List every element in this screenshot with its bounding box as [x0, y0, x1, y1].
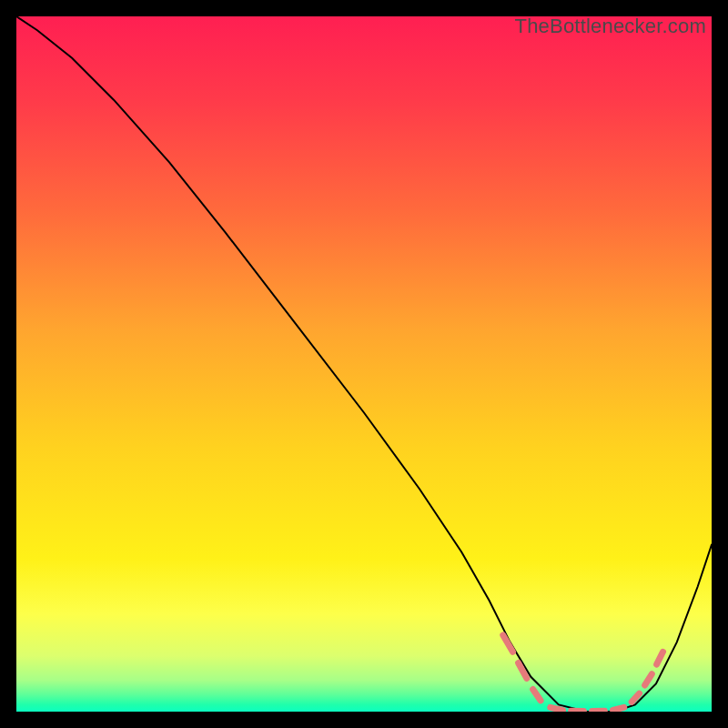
- highlight-dash: [657, 652, 663, 664]
- chart-frame: TheBottlenecker.com: [0, 0, 728, 728]
- highlight-dash: [551, 707, 563, 710]
- watermark-text: TheBottlenecker.com: [515, 15, 706, 38]
- highlight-dash: [503, 635, 513, 652]
- bottleneck-curve: [16, 16, 712, 712]
- highlight-dash: [613, 707, 624, 710]
- highlight-dash: [533, 690, 541, 701]
- curve-layer: [16, 16, 712, 712]
- highlight-dash: [519, 663, 527, 679]
- plot-area: TheBottlenecker.com: [16, 16, 712, 712]
- highlight-dash: [645, 674, 652, 685]
